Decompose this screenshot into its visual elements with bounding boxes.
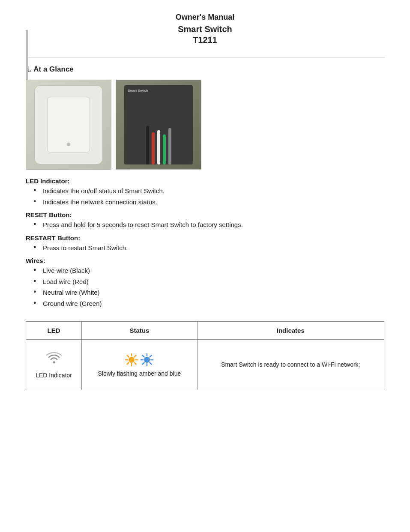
led-indicator-section: LED Indicator: Indicates the on/off stat… xyxy=(26,177,384,207)
wire-bullet-2: Load wire (Red) xyxy=(33,277,384,287)
led-indicator-cell-label: LED Indicator xyxy=(36,372,72,379)
reset-button-bullets: Press and hold for 5 seconds to reset Sm… xyxy=(33,220,384,230)
svg-point-1 xyxy=(129,357,135,363)
restart-button-section: RESTART Button: Press to restart Smart S… xyxy=(26,234,384,253)
svg-point-10 xyxy=(144,357,150,363)
wire-bullet-1: Live wire (Black) xyxy=(33,266,384,276)
page-title: Owner's Manual xyxy=(26,13,384,22)
svg-point-0 xyxy=(53,362,55,364)
flash-icons xyxy=(85,353,193,367)
switch-plate xyxy=(34,85,103,164)
restart-bullet-1: Press to restart Smart Switch. xyxy=(33,243,384,253)
wire-bullet-4: Ground wire (Green) xyxy=(33,299,384,309)
table-cell-led: LED Indicator xyxy=(26,340,82,390)
wire-red xyxy=(152,132,155,164)
reset-bullet-1: Press and hold for 5 seconds to reset Sm… xyxy=(33,220,384,230)
images-row: Smart Switch xyxy=(26,80,384,170)
status-cell-content: Slowly flashing amber and blue xyxy=(85,353,193,377)
svg-line-15 xyxy=(143,355,144,357)
section-heading: 1. At a Glance xyxy=(26,65,384,74)
svg-line-17 xyxy=(150,355,152,357)
svg-line-8 xyxy=(135,355,136,357)
svg-line-7 xyxy=(135,362,136,364)
wiring-board: Smart Switch xyxy=(124,85,193,164)
table-header-status: Status xyxy=(82,322,197,340)
product-model: T1211 xyxy=(26,35,384,45)
led-bullet-1: Indicates the on/off status of Smart Swi… xyxy=(33,186,384,196)
reset-button-label: RESET Button: xyxy=(26,211,384,218)
restart-button-label: RESTART Button: xyxy=(26,234,384,242)
restart-button-bullets: Press to restart Smart Switch. xyxy=(33,243,384,253)
table-header-row: LED Status Indicates xyxy=(26,322,384,340)
table-header-led: LED xyxy=(26,322,82,340)
svg-line-16 xyxy=(150,362,152,364)
status-cell-label: Slowly flashing amber and blue xyxy=(98,370,181,377)
table-row: LED Indicator xyxy=(26,340,384,390)
switch-dot xyxy=(67,143,70,146)
indicates-cell-label: Smart Switch is ready to connect to a Wi… xyxy=(221,361,360,368)
led-indicator-bullets: Indicates the on/off status of Smart Swi… xyxy=(33,186,384,207)
table-cell-indicates: Smart Switch is ready to connect to a Wi… xyxy=(197,340,384,390)
amber-sun-icon xyxy=(125,353,138,367)
product-image-switch xyxy=(26,80,111,170)
table-cell-status: Slowly flashing amber and blue xyxy=(82,340,197,390)
led-indicator-label: LED Indicator: xyxy=(26,177,384,185)
wires-bullets: Live wire (Black) Load wire (Red) Neutra… xyxy=(33,266,384,308)
switch-rocker xyxy=(47,97,90,152)
wire-bullet-3: Neutral wire (White) xyxy=(33,288,384,298)
wire-bundle xyxy=(146,126,171,164)
wires-label: Wires: xyxy=(26,257,384,264)
wire-black xyxy=(146,126,149,164)
blue-sun-icon xyxy=(140,353,154,367)
svg-line-9 xyxy=(127,362,129,364)
table-header-indicates: Indicates xyxy=(197,322,384,340)
wire-white xyxy=(157,130,160,164)
product-title: Smart Switch xyxy=(26,24,384,34)
reset-button-section: RESET Button: Press and hold for 5 secon… xyxy=(26,211,384,230)
wifi-icon xyxy=(46,351,62,367)
board-label: Smart Switch xyxy=(128,89,148,93)
wire-gray xyxy=(168,128,171,164)
led-table: LED Status Indicates xyxy=(26,321,384,390)
svg-line-18 xyxy=(143,362,144,364)
wire-green xyxy=(163,134,166,164)
wires-section: Wires: Live wire (Black) Load wire (Red)… xyxy=(26,257,384,308)
led-icon-cell: LED Indicator xyxy=(30,344,78,386)
svg-line-6 xyxy=(127,355,129,357)
product-image-wiring: Smart Switch xyxy=(116,80,201,170)
section-divider xyxy=(26,57,384,57)
led-bullet-2: Indicates the network connection status. xyxy=(33,197,384,207)
